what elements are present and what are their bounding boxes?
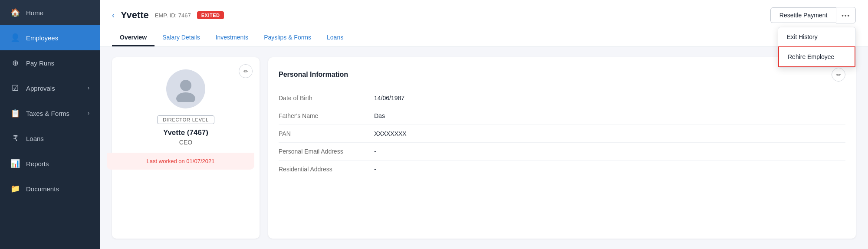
loans-icon: ₹ — [10, 134, 20, 143]
content-area: ✏ DIRECTOR LEVEL Yvette (7467) CEO Last … — [100, 47, 868, 249]
dropdown-exit-history[interactable]: Exit History — [778, 27, 855, 46]
info-row-address: Residential Address - — [279, 161, 845, 178]
info-row-dob: Date of Birth 14/06/1987 — [279, 89, 845, 107]
sidebar-item-loans[interactable]: ₹ Loans — [0, 126, 100, 151]
dropdown-menu: Exit History Rehire Employee — [778, 27, 856, 68]
documents-icon: 📁 — [10, 184, 20, 193]
tab-payslips-forms[interactable]: Payslips & Forms — [256, 29, 319, 46]
level-badge: DIRECTOR LEVEL — [157, 115, 214, 124]
reports-icon: 📊 — [10, 159, 20, 168]
employee-name: Yvette — [121, 10, 149, 21]
sidebar-label-documents: Documents — [26, 185, 59, 193]
sidebar-label-approvals: Approvals — [26, 85, 55, 92]
profile-edit-icon: ✏ — [243, 68, 248, 75]
approvals-arrow-icon: › — [88, 85, 89, 91]
sidebar-label-taxes-forms: Taxes & Forms — [26, 110, 69, 117]
sidebar-label-reports: Reports — [26, 160, 49, 167]
main-content: ‹ Yvette EMP. ID: 7467 EXITED Resettle P… — [100, 0, 868, 249]
pay-runs-icon: ⊕ — [10, 58, 20, 68]
avatar-svg — [173, 76, 199, 102]
exited-badge: EXITED — [197, 11, 224, 19]
sidebar-item-home[interactable]: 🏠 Home — [0, 0, 100, 25]
approvals-icon: ☑ — [10, 83, 20, 93]
sidebar-item-approvals[interactable]: ☑ Approvals › — [0, 75, 100, 101]
profile-card: ✏ DIRECTOR LEVEL Yvette (7467) CEO Last … — [112, 57, 260, 239]
last-worked-banner: Last worked on 01/07/2021 — [107, 153, 254, 170]
profile-title: CEO — [179, 139, 192, 146]
svg-point-1 — [176, 92, 195, 102]
sidebar-item-pay-runs[interactable]: ⊕ Pay Runs — [0, 50, 100, 75]
pan-value: XXXXXXXX — [374, 130, 407, 137]
personal-info-edit-icon: ✏ — [836, 72, 841, 78]
more-options-button[interactable]: ••• — [836, 7, 856, 23]
tab-overview[interactable]: Overview — [112, 29, 155, 46]
taxes-forms-icon: 📋 — [10, 108, 20, 118]
tabs: Overview Salary Details Investments Pays… — [112, 29, 856, 46]
sidebar-label-pay-runs: Pay Runs — [26, 59, 54, 67]
header-actions: Resettle Payment ••• Exit History Rehire… — [770, 7, 856, 23]
avatar — [166, 69, 205, 108]
sidebar-label-home: Home — [26, 9, 43, 16]
personal-info-edit-button[interactable]: ✏ — [832, 68, 845, 82]
email-label: Personal Email Address — [279, 148, 374, 155]
back-icon: ‹ — [112, 11, 115, 20]
info-row-pan: PAN XXXXXXXX — [279, 125, 845, 143]
address-label: Residential Address — [279, 166, 374, 173]
pan-label: PAN — [279, 130, 374, 137]
dob-label: Date of Birth — [279, 95, 374, 102]
father-label: Father's Name — [279, 112, 374, 119]
resettle-payment-button[interactable]: Resettle Payment — [770, 7, 836, 23]
more-icon: ••• — [842, 12, 850, 19]
sidebar-label-employees: Employees — [26, 34, 58, 42]
tab-loans[interactable]: Loans — [319, 29, 351, 46]
header: ‹ Yvette EMP. ID: 7467 EXITED Resettle P… — [100, 0, 868, 47]
dropdown-rehire-employee[interactable]: Rehire Employee — [778, 46, 855, 67]
sidebar: 🏠 Home 👤 Employees ⊕ Pay Runs ☑ Approval… — [0, 0, 100, 249]
sidebar-item-employees[interactable]: 👤 Employees — [0, 25, 100, 50]
sidebar-item-taxes-forms[interactable]: 📋 Taxes & Forms › — [0, 101, 100, 126]
profile-name: Yvette (7467) — [163, 128, 208, 137]
personal-info-card: Personal Information ✏ Date of Birth 14/… — [268, 57, 856, 239]
personal-info-title: Personal Information — [279, 71, 348, 79]
home-icon: 🏠 — [10, 8, 20, 17]
email-value: - — [374, 148, 376, 155]
employees-icon: 👤 — [10, 33, 20, 43]
sidebar-label-loans: Loans — [26, 135, 44, 142]
personal-info-header: Personal Information ✏ — [279, 68, 845, 82]
header-top: ‹ Yvette EMP. ID: 7467 EXITED Resettle P… — [112, 7, 856, 23]
address-value: - — [374, 166, 376, 173]
taxes-forms-arrow-icon: › — [88, 110, 89, 116]
father-value: Das — [374, 112, 385, 119]
sidebar-item-reports[interactable]: 📊 Reports — [0, 151, 100, 176]
tab-salary-details[interactable]: Salary Details — [155, 29, 207, 46]
profile-edit-button[interactable]: ✏ — [239, 64, 253, 78]
back-button[interactable]: ‹ — [112, 11, 115, 20]
info-row-email: Personal Email Address - — [279, 143, 845, 161]
info-row-father: Father's Name Das — [279, 107, 845, 125]
sidebar-item-documents[interactable]: 📁 Documents — [0, 176, 100, 201]
tab-investments[interactable]: Investments — [208, 29, 256, 46]
svg-point-0 — [180, 80, 191, 91]
dob-value: 14/06/1987 — [374, 95, 404, 102]
employee-id: EMP. ID: 7467 — [155, 12, 191, 19]
